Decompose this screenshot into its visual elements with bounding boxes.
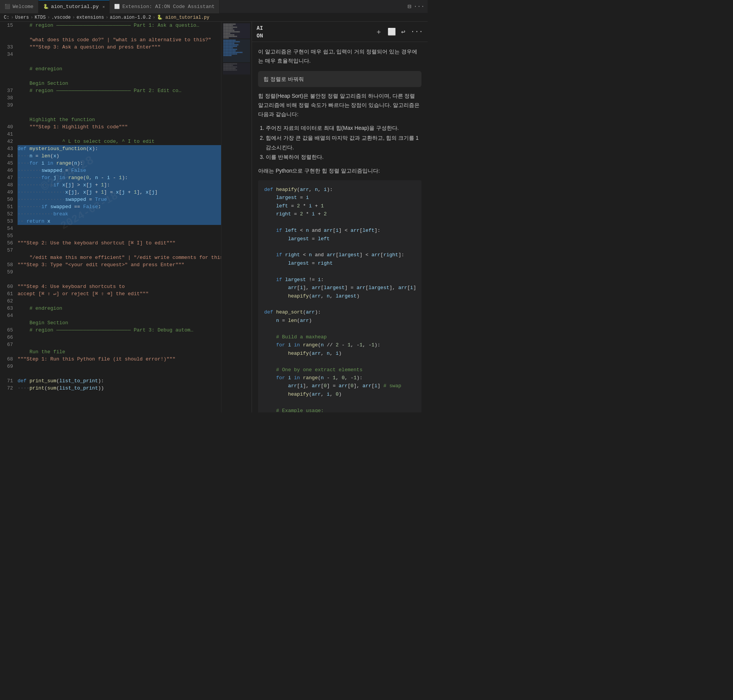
code-line — [18, 370, 221, 377]
history-icon[interactable]: ↩ — [401, 27, 405, 36]
tab-extension[interactable]: ⬜ Extension: AI:ON Code Assistant — [110, 0, 220, 13]
line-numbers: 15 33 34 37 38 39 40 41 42 43 44 45 — [0, 22, 16, 412]
code-line: """Step 2: Use the keyboard shortcut [⌘ … — [18, 239, 221, 247]
ai-header-actions: ＋ ⬜ ↩ ··· — [375, 27, 423, 36]
ai-step-1: 주어진 자료의 데이터로 최대 힙(Max Heap)을 구성한다. — [266, 123, 421, 133]
code-line: """Step 3: Type "<your edit request>" an… — [18, 261, 221, 268]
code-line: # region ————————————————————————— Part … — [18, 327, 221, 334]
tab-bar: ⬛ Welcome 🐍 aion_tutorial.py ✕ ⬜ Extensi… — [0, 0, 428, 13]
split-editor-icon[interactable]: ⊟ — [408, 3, 412, 10]
code-line: # endregion — [18, 65, 221, 73]
code-line-48: ············if x[j] > x[j + 1]: — [18, 181, 221, 189]
tab-welcome[interactable]: ⬛ Welcome — [0, 0, 39, 13]
main-layout: 15 33 34 37 38 39 40 41 42 43 44 45 — [0, 22, 428, 412]
code-line-44: ····n = len(x) — [18, 152, 221, 160]
ai-code-block: def heapify(arr, n, i): largest = i left… — [258, 180, 421, 412]
tab-tutorial[interactable]: 🐍 aion_tutorial.py ✕ — [39, 0, 110, 13]
code-line: "what does this code do?" | "what is an … — [18, 36, 221, 44]
code-line-46: ········swapped = False — [18, 167, 221, 174]
editor-content: 15 33 34 37 38 39 40 41 42 43 44 45 — [0, 22, 252, 412]
code-line — [18, 94, 221, 102]
ai-user-message: 힙 정렬로 바꿔줘 — [258, 71, 421, 87]
ai-response-intro: 힙 정렬(Heap Sort)은 불안정 정렬 알고리즘의 하나이며, 다른 정… — [258, 92, 421, 119]
ai-steps-list: 주어진 자료의 데이터로 최대 힙(Max Heap)을 구성한다. 힙에서 가… — [266, 123, 421, 162]
ai-step-2: 힙에서 가장 큰 값을 배열의 마지막 값과 교환하고, 힙의 크기를 1 감소… — [266, 133, 421, 152]
code-line — [18, 247, 221, 254]
code-line: def print_sum(list_to_print): — [18, 377, 221, 385]
ai-code-intro: 아래는 Python으로 구현한 힙 정렬 알고리즘입니다: — [258, 167, 421, 176]
minimap: ██████████████████ ██████████████ ██████… — [221, 22, 252, 412]
code-line: """Step 4: Use keyboard shortcuts to — [18, 283, 221, 290]
code-line-51: ········if swapped == False: — [18, 203, 221, 210]
code-line-47: ········for j in range(0, n - i - 1): — [18, 174, 221, 181]
code-line-49: ················x[j], x[j + 1] = x[j + 1… — [18, 189, 221, 196]
code-line: # region ————————————————————————— Part … — [18, 87, 221, 94]
code-line — [18, 341, 221, 348]
code-line — [18, 51, 221, 58]
more-options-icon[interactable]: ··· — [411, 28, 423, 36]
code-line: Begin Section — [18, 319, 221, 327]
expand-icon[interactable]: ⬜ — [387, 27, 396, 36]
code-line — [18, 363, 221, 370]
code-line — [18, 102, 221, 109]
tab-extension-label: Extension: AI:ON Code Assistant — [122, 4, 215, 10]
code-line-43: def mysterious_function(x): — [18, 145, 221, 152]
code-line: ^ L to select code, ^ I to edit — [18, 138, 221, 145]
code-line: # endregion — [18, 305, 221, 312]
code-line: accept [⌘ ⇧ ↵] or reject [⌘ ⇧ ⌫] the edi… — [18, 290, 221, 297]
code-line — [18, 29, 221, 36]
code-line — [18, 73, 221, 80]
tab-welcome-label: Welcome — [13, 4, 34, 10]
ai-content[interactable]: 이 알고리즘은 구현이 매우 쉽고, 입력이 거의 정렬되어 있는 경우에는 매… — [252, 42, 428, 412]
code-line — [18, 297, 221, 305]
code-line-52: ············break — [18, 210, 221, 218]
welcome-icon: ⬛ — [5, 4, 10, 10]
tab-tutorial-label: aion_tutorial.py — [51, 4, 99, 10]
code-line: Highlight the function — [18, 116, 221, 123]
code-line — [18, 232, 221, 239]
ai-panel: AION ＋ ⬜ ↩ ··· 이 알고리즘은 구현이 매우 쉽고, 입력이 거의… — [252, 22, 428, 412]
code-line — [18, 225, 221, 232]
code-line-50: ················swapped = True — [18, 196, 221, 203]
aion-logo: AION — [257, 24, 263, 39]
add-conversation-icon[interactable]: ＋ — [375, 27, 382, 36]
code-line — [18, 312, 221, 319]
code-line: ····print(sum(list_to_print)) — [18, 385, 221, 392]
code-line — [18, 131, 221, 138]
code-line — [18, 334, 221, 341]
ai-header: AION ＋ ⬜ ↩ ··· — [252, 22, 428, 42]
breadcrumb: C: › Users › KTDS › .vscode › extensions… — [0, 13, 428, 22]
code-line-53: ·· return x — [18, 218, 221, 225]
extension-icon: ⬜ — [114, 4, 120, 10]
code-line — [18, 58, 221, 65]
python-icon: 🐍 — [43, 4, 49, 10]
code-line: "/edit make this more efficient" | "/edi… — [18, 254, 221, 261]
code-line: """Step 3: Ask a question and press Ente… — [18, 44, 221, 51]
code-line: """Step 1: Run this Python file (it shou… — [18, 356, 221, 363]
code-line: Begin Section — [18, 80, 221, 87]
ai-step-3: 이를 반복하여 정렬한다. — [266, 152, 421, 162]
code-line: # region ————————————————————————— Part … — [18, 22, 221, 29]
code-line: Run the file — [18, 348, 221, 356]
editor-pane[interactable]: 15 33 34 37 38 39 40 41 42 43 44 45 — [0, 22, 252, 412]
editor-actions: ⊟ ··· — [405, 3, 428, 10]
code-line-45: ····for i in range(n): — [18, 160, 221, 167]
code-line — [18, 268, 221, 276]
code-area[interactable]: # region ————————————————————————— Part … — [16, 22, 221, 412]
code-line — [18, 276, 221, 283]
more-actions-icon[interactable]: ··· — [413, 3, 425, 10]
code-line: """Step 1: Highlight this code""" — [18, 123, 221, 131]
close-tab-icon[interactable]: ✕ — [102, 5, 105, 9]
code-line — [18, 109, 221, 116]
ai-intro-paragraph: 이 알고리즘은 구현이 매우 쉽고, 입력이 거의 정렬되어 있는 경우에는 매… — [258, 47, 421, 66]
